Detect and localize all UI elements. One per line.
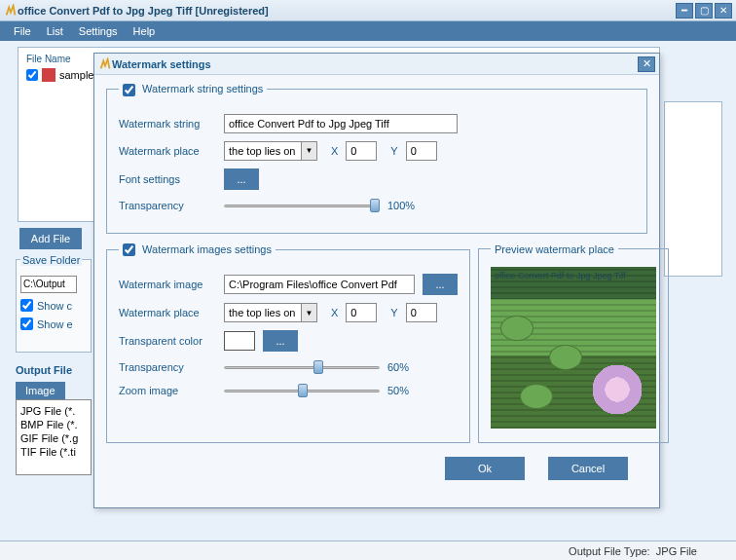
string-settings-legend-text: Watermark string settings [142,83,263,94]
filetype-list[interactable]: JPG File (*. BMP File (*. GIF File (*.g … [16,399,92,475]
save-folder-path[interactable]: C:\Output [20,276,77,293]
string-y-input[interactable] [406,141,437,161]
save-folder-legend: Save Folder [20,254,82,266]
close-button[interactable]: ✕ [715,3,732,19]
filetype-bmp[interactable]: BMP File (*. [20,418,87,431]
string-y-label: Y [390,145,397,157]
ok-button[interactable]: Ok [445,457,525,480]
app-icon [4,4,18,18]
font-settings-button[interactable]: ... [224,168,259,190]
watermark-image-label: Watermark image [119,279,216,290]
add-file-button[interactable]: Add File [19,228,82,249]
status-output-type-label: Output File Type: [569,545,650,557]
image-settings-fieldset: Watermark images settings Watermark imag… [106,243,470,443]
dialog-titlebar[interactable]: Watermark settings ✕ [94,54,659,75]
watermark-string-place-combo[interactable] [224,141,302,161]
dialog-title: Watermark settings [112,58,638,70]
watermark-dialog: Watermark settings ✕ Watermark string se… [93,53,660,508]
string-settings-checkbox[interactable] [123,84,135,96]
image-x-input[interactable] [346,303,377,322]
file-row-checkbox[interactable] [26,69,38,81]
transparent-color-button[interactable]: ... [263,330,298,352]
show-e-checkbox[interactable] [20,317,33,330]
show-e-label: Show e [37,318,73,330]
string-x-label: X [331,145,338,157]
dialog-icon [98,57,112,71]
status-output-type-value: JPG File [656,545,697,557]
menu-help[interactable]: Help [126,23,164,39]
output-file-label: Output File [16,364,93,376]
menu-file[interactable]: File [6,23,39,39]
minimize-button[interactable]: ━ [676,3,693,19]
transparent-color-swatch[interactable] [224,331,255,351]
image-transparency-slider[interactable] [224,359,380,375]
watermark-image-browse-button[interactable]: ... [423,274,458,295]
font-settings-label: Font settings [119,173,216,185]
right-panel [664,101,722,277]
zoom-image-slider[interactable] [224,383,380,398]
maximize-button[interactable]: ▢ [695,3,713,19]
menu-settings[interactable]: Settings [71,23,126,39]
cancel-button[interactable]: Cancel [548,457,628,480]
watermark-image-place-combo[interactable] [224,303,302,322]
watermark-string-label: Watermark string [119,118,216,130]
watermark-string-place-label: Watermark place [119,145,216,157]
watermark-string-input[interactable] [224,114,458,133]
string-settings-legend[interactable]: Watermark string settings [119,83,267,96]
image-x-label: X [331,307,338,318]
image-y-label: Y [390,307,397,318]
image-settings-checkbox[interactable] [123,243,135,256]
file-row-name: sample [59,69,93,81]
string-transparency-slider[interactable] [224,198,380,213]
image-y-input[interactable] [406,303,437,322]
statusbar: Output File Type: JPG File [0,541,736,560]
flower-icon [588,360,646,419]
show-c-label: Show c [37,300,72,312]
preview-fieldset: Preview watermark place office Convert P… [478,243,669,443]
filetype-jpg[interactable]: JPG File (*. [20,404,87,418]
image-settings-legend-text: Watermark images settings [142,243,272,255]
watermark-image-place-label: Watermark place [119,307,216,318]
preview-overlay-text: office Convert Pdf to Jpg Jpeg Tiff [495,271,652,280]
tab-image[interactable]: Image [16,382,65,399]
filetype-tif[interactable]: TIF File (*.ti [20,445,87,459]
zoom-image-value: 50% [387,385,423,396]
string-transparency-label: Transparency [119,200,216,211]
zoom-image-label: Zoom image [119,385,216,396]
dialog-close-button[interactable]: ✕ [638,56,655,72]
watermark-image-input[interactable] [224,275,415,294]
string-settings-fieldset: Watermark string settings Watermark stri… [106,83,647,234]
main-titlebar: office Convert Pdf to Jpg Jpeg Tiff [Unr… [0,0,736,21]
transparent-color-label: Transparent color [119,335,216,347]
window-title: office Convert Pdf to Jpg Jpeg Tiff [Unr… [18,5,676,17]
show-c-checkbox[interactable] [20,299,33,312]
string-transparency-value: 100% [387,200,423,211]
menu-list[interactable]: List [39,23,71,39]
image-transparency-value: 60% [387,361,423,373]
watermark-image-place-dropdown[interactable]: ▼ [302,303,317,322]
menubar: File List Settings Help [0,21,736,41]
image-settings-legend[interactable]: Watermark images settings [119,243,276,257]
preview-legend: Preview watermark place [491,243,618,255]
filetype-gif[interactable]: GIF File (*.g [20,431,87,445]
preview-image: office Convert Pdf to Jpg Jpeg Tiff [491,267,656,429]
pdf-icon [42,68,55,82]
watermark-string-place-dropdown[interactable]: ▼ [302,141,317,161]
save-folder-panel: Save Folder C:\Output Show c Show e [16,259,92,353]
output-panel: Output File Image JPG File (*. BMP File … [16,364,93,475]
string-x-input[interactable] [346,141,377,161]
image-transparency-label: Transparency [119,361,216,373]
